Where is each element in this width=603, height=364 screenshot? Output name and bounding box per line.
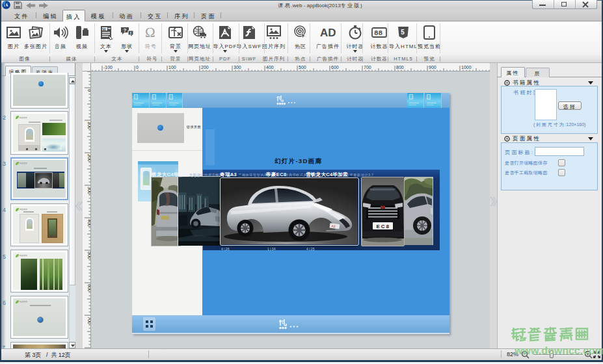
svg-text:EC8: EC8 [377, 224, 391, 229]
svg-text:600: 600 [331, 65, 339, 70]
svg-text:100: 100 [168, 65, 176, 70]
svg-text:W: W [102, 27, 106, 31]
svg-text:400: 400 [266, 65, 274, 70]
svg-text:900: 900 [429, 65, 436, 70]
svg-text:88: 88 [374, 29, 383, 37]
svg-text:AD: AD [320, 27, 336, 39]
svg-text:200: 200 [201, 65, 209, 70]
svg-text:800: 800 [396, 65, 404, 70]
svg-text:300: 300 [234, 65, 241, 70]
svg-text:700: 700 [364, 65, 371, 70]
svg-text:500: 500 [299, 65, 306, 70]
svg-text:0: 0 [136, 65, 139, 70]
svg-text:!: ! [130, 31, 131, 36]
svg-text:5: 5 [401, 29, 405, 36]
svg-text:Ω: Ω [145, 25, 155, 40]
svg-text:?: ? [124, 27, 127, 33]
svg-text:-100: -100 [103, 65, 113, 70]
svg-text:1000: 1000 [461, 65, 472, 70]
svg-text:A3: A3 [331, 224, 336, 228]
